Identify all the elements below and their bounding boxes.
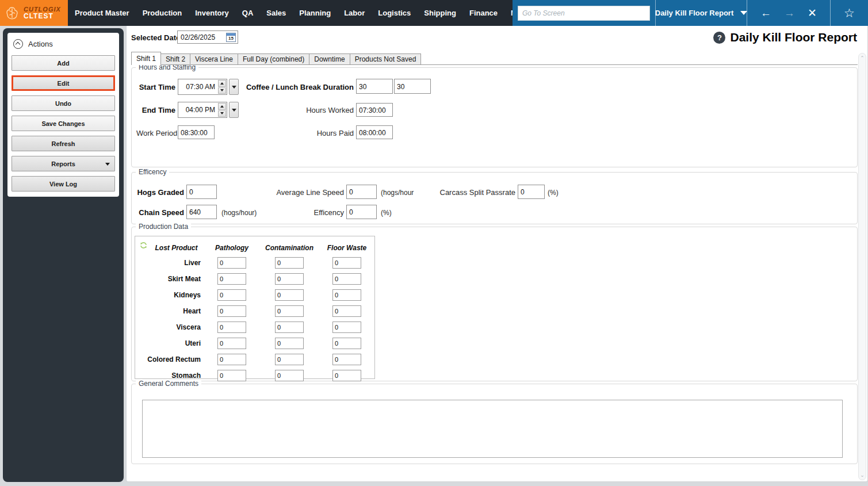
pathology-input[interactable] <box>217 370 246 381</box>
forward-arrow-icon[interactable]: → <box>784 7 795 18</box>
average-line-speed-input[interactable] <box>346 185 377 199</box>
screen-selector-dropdown[interactable]: Daily Kill Floor Report <box>656 0 747 26</box>
break-duration-input-1[interactable] <box>356 79 393 94</box>
menu-item[interactable]: Product Master <box>75 9 129 17</box>
contamination-input[interactable] <box>275 354 304 365</box>
collapse-chevron-icon[interactable] <box>13 39 23 49</box>
break-duration-input-2[interactable] <box>394 79 431 94</box>
pathology-input[interactable] <box>217 289 246 301</box>
action-button[interactable]: Refresh <box>12 136 115 151</box>
average-line-speed-unit: (hogs/hour <box>381 189 414 197</box>
tab[interactable]: Shift 1 <box>131 52 161 65</box>
floor-waste-input[interactable] <box>332 257 361 269</box>
tab[interactable]: Viscera Line <box>190 53 238 65</box>
pathology-input[interactable] <box>217 322 246 333</box>
efficiency-input[interactable] <box>346 205 377 219</box>
start-time-up-button[interactable] <box>218 80 226 87</box>
menu-item[interactable]: Labor <box>344 9 365 17</box>
start-time-down-button[interactable] <box>218 87 226 94</box>
column-header: Floor Waste <box>332 244 361 252</box>
end-time-picker[interactable]: 04:00 PM <box>178 102 227 118</box>
go-to-screen-input[interactable] <box>518 6 650 21</box>
work-period-input[interactable] <box>178 125 215 139</box>
contamination-input[interactable] <box>275 273 304 285</box>
column-header: Contamination <box>275 244 304 252</box>
floor-waste-input[interactable] <box>332 322 361 333</box>
hogs-graded-input[interactable] <box>186 185 217 199</box>
menu-item[interactable]: QA <box>242 9 254 17</box>
app-logo[interactable]: CUTLOGIX CLTEST <box>0 0 68 26</box>
tab-label: Shift 1 <box>136 55 156 63</box>
end-time-up-button[interactable] <box>218 103 226 110</box>
scroll-down-icon[interactable]: ⌄ <box>859 472 866 478</box>
action-button-label: View Log <box>49 181 77 187</box>
group-legend: Production Data <box>136 223 191 231</box>
hours-worked-input[interactable] <box>356 103 393 117</box>
pathology-input[interactable] <box>217 305 246 317</box>
menu-item[interactable]: Sales <box>266 9 286 17</box>
carcass-split-passrate-input[interactable] <box>518 185 545 199</box>
action-button[interactable]: View Log <box>12 176 115 192</box>
row-label: Colored Rectum <box>135 355 217 363</box>
favorite-star-icon[interactable]: ☆ <box>844 7 855 19</box>
end-time-down-button[interactable] <box>218 110 226 117</box>
contamination-input[interactable] <box>275 322 304 333</box>
menu-item[interactable]: Inventory <box>195 9 229 17</box>
group-legend: General Comments <box>136 380 201 388</box>
tab[interactable]: Downtime <box>309 53 350 65</box>
action-button[interactable]: Undo <box>12 95 115 111</box>
start-time-dropdown-button[interactable] <box>229 79 239 95</box>
page-title: Daily Kill Floor Report <box>730 30 857 44</box>
floor-waste-input[interactable] <box>332 273 361 285</box>
contamination-input[interactable] <box>275 289 304 301</box>
floor-waste-input[interactable] <box>332 354 361 365</box>
pathology-input[interactable] <box>217 338 246 349</box>
lost-product-table: Lost Product Pathology Contamination Flo… <box>135 236 375 379</box>
back-arrow-icon[interactable]: ← <box>760 7 771 18</box>
production-data-group: Production Data Lost Product Pathology C… <box>131 227 858 381</box>
floor-waste-input[interactable] <box>332 338 361 349</box>
tab[interactable]: Products Not Saved <box>350 53 422 65</box>
hours-paid-input[interactable] <box>356 125 393 139</box>
actions-panel: Actions Add Edit Undo Save Changes <box>7 33 119 197</box>
floor-waste-input[interactable] <box>332 305 361 317</box>
floor-waste-input[interactable] <box>332 289 361 301</box>
tab[interactable]: Shift 2 <box>161 53 190 65</box>
menu-item[interactable]: Production <box>143 9 182 17</box>
menu-item[interactable]: Finance <box>469 9 498 17</box>
start-time-picker[interactable]: 07:30 AM <box>178 79 227 95</box>
end-time-dropdown-button[interactable] <box>229 102 239 118</box>
tab[interactable]: Full Day (combined) <box>238 53 309 65</box>
contamination-input[interactable] <box>275 257 304 269</box>
tab-label: Products Not Saved <box>355 55 416 63</box>
break-duration-label: Coffee / Lunch Break Duration <box>239 83 354 91</box>
scroll-up-icon[interactable]: ⌃ <box>859 55 866 61</box>
vertical-scrollbar[interactable]: ⌃ ⌄ <box>858 53 866 480</box>
action-button[interactable]: Save Changes <box>12 116 115 131</box>
help-icon[interactable]: ? <box>713 32 725 44</box>
pathology-input[interactable] <box>217 273 246 285</box>
action-button[interactable]: Edit <box>12 75 115 91</box>
refresh-icon[interactable] <box>140 242 147 249</box>
contamination-input[interactable] <box>275 305 304 317</box>
general-comments-textarea[interactable] <box>142 400 843 458</box>
menu-item[interactable]: Shipping <box>424 9 456 17</box>
pathology-input[interactable] <box>217 257 246 269</box>
selected-date-picker[interactable]: 02/26/2025 15 <box>177 30 238 44</box>
action-button-label: Reports <box>51 160 75 167</box>
calendar-icon[interactable]: 15 <box>226 33 236 42</box>
chain-speed-input[interactable] <box>186 205 217 219</box>
action-button[interactable]: Add <box>12 55 115 71</box>
average-line-speed-label: Average Line Speed <box>258 188 344 197</box>
contamination-input[interactable] <box>275 370 304 381</box>
efficiency-label: Efficency <box>258 208 344 217</box>
contamination-input[interactable] <box>275 338 304 349</box>
menu-item[interactable]: Planning <box>299 9 331 17</box>
table-row: Liver <box>135 255 374 271</box>
close-icon[interactable]: ✕ <box>808 7 817 18</box>
menu-item[interactable]: Logistics <box>378 9 411 17</box>
action-button[interactable]: Reports <box>12 156 115 171</box>
floor-waste-input[interactable] <box>332 370 361 381</box>
action-button-label: Edit <box>58 80 70 87</box>
pathology-input[interactable] <box>217 354 246 365</box>
